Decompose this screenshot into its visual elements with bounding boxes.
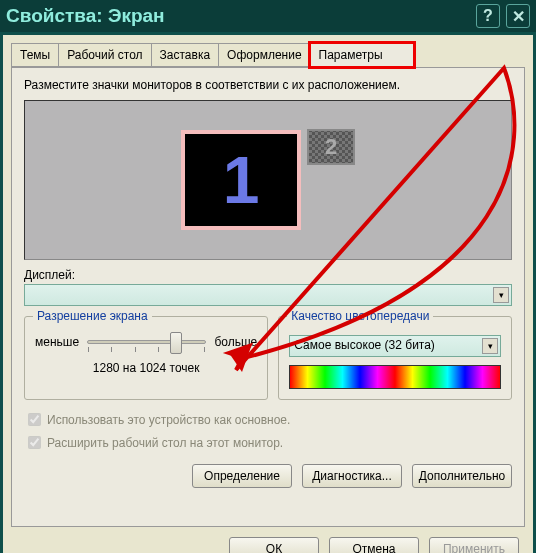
resolution-slider[interactable] [87, 340, 206, 344]
checkbox-extend-label: Расширить рабочий стол на этот монитор. [47, 436, 283, 450]
identify-button[interactable]: Определение [192, 464, 292, 488]
display-label: Дисплей: [24, 268, 512, 282]
advanced-button[interactable]: Дополнительно [412, 464, 512, 488]
slider-label-less: меньше [35, 335, 79, 349]
window-title: Свойства: Экран [6, 5, 476, 27]
diagnose-button[interactable]: Диагностика... [302, 464, 402, 488]
monitor-1[interactable]: 1 [181, 130, 301, 230]
quality-legend: Качество цветопередачи [287, 309, 433, 323]
cancel-button[interactable]: Отмена [329, 537, 419, 553]
titlebar: Свойства: Экран ? ✕ [0, 0, 536, 32]
slider-thumb[interactable] [170, 332, 182, 354]
slider-label-more: больше [214, 335, 257, 349]
color-quality-value: Самое высокое (32 бита) [294, 338, 435, 352]
monitor-2-number: 2 [325, 134, 337, 160]
resolution-value: 1280 на 1024 точек [35, 361, 257, 375]
monitor-arrangement-box[interactable]: 1 2 [24, 100, 512, 260]
resolution-legend: Разрешение экрана [33, 309, 152, 323]
tab-desktop[interactable]: Рабочий стол [58, 43, 151, 67]
tab-screensaver[interactable]: Заставка [151, 43, 220, 67]
apply-button: Применить [429, 537, 519, 553]
tab-panel-settings: Разместите значки мониторов в соответств… [11, 67, 525, 527]
color-quality-combo[interactable]: Самое высокое (32 бита) ▾ [289, 335, 501, 357]
ok-button[interactable]: ОК [229, 537, 319, 553]
resolution-group: Разрешение экрана меньше больше 1280 на … [24, 316, 268, 400]
dialog-footer: ОК Отмена Применить [3, 535, 533, 553]
monitor-2[interactable]: 2 [307, 129, 355, 165]
close-button[interactable]: ✕ [506, 4, 530, 28]
instruction-text: Разместите значки мониторов в соответств… [24, 78, 512, 92]
checkbox-extend-input [28, 436, 41, 449]
client-area: Темы Рабочий стол Заставка Оформление Па… [3, 35, 533, 550]
tab-appearance[interactable]: Оформление [218, 43, 310, 67]
chevron-down-icon[interactable]: ▾ [493, 287, 509, 303]
tab-settings[interactable]: Параметры [310, 43, 414, 67]
properties-dialog: Свойства: Экран ? ✕ Темы Рабочий стол За… [0, 0, 536, 553]
chevron-down-icon[interactable]: ▾ [482, 338, 498, 354]
checkbox-extend-desktop: Расширить рабочий стол на этот монитор. [24, 433, 512, 452]
checkbox-primary-device: Использовать это устройство как основное… [24, 410, 512, 429]
checkbox-primary-input [28, 413, 41, 426]
display-combo[interactable]: ▾ [24, 284, 512, 306]
monitor-1-number: 1 [223, 142, 260, 218]
checkbox-primary-label: Использовать это устройство как основное… [47, 413, 290, 427]
color-quality-group: Качество цветопередачи Самое высокое (32… [278, 316, 512, 400]
color-spectrum-preview [289, 365, 501, 389]
tab-themes[interactable]: Темы [11, 43, 59, 67]
help-button[interactable]: ? [476, 4, 500, 28]
tabstrip: Темы Рабочий стол Заставка Оформление Па… [3, 35, 533, 67]
